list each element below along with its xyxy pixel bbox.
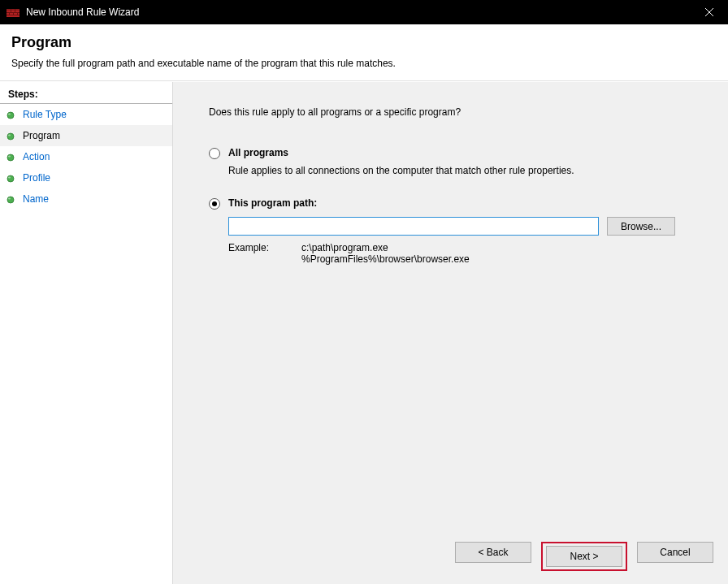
step-label: Action xyxy=(23,151,50,162)
step-profile[interactable]: Profile xyxy=(0,167,172,188)
wizard-footer-buttons: < Back Next > Cancel xyxy=(455,542,713,571)
svg-point-12 xyxy=(8,114,11,115)
svg-rect-5 xyxy=(15,9,15,12)
svg-rect-6 xyxy=(9,12,10,15)
option-program-path-row[interactable]: This program path: xyxy=(209,197,704,212)
back-button[interactable]: < Back xyxy=(455,542,531,563)
bullet-icon xyxy=(6,132,15,140)
svg-point-15 xyxy=(7,154,14,161)
svg-rect-4 xyxy=(11,9,11,12)
step-action[interactable]: Action xyxy=(0,146,172,167)
svg-point-19 xyxy=(7,197,14,203)
svg-point-18 xyxy=(8,177,11,179)
option-all-programs-desc: Rule applies to all connections on the c… xyxy=(228,165,704,176)
example-label: Example: xyxy=(228,242,301,265)
steps-sidebar: Steps: Rule Type Program Action Profile xyxy=(0,82,173,584)
page-subtitle: Specify the full program path and execut… xyxy=(11,58,717,69)
svg-point-14 xyxy=(8,135,11,136)
window-title: New Inbound Rule Wizard xyxy=(26,6,691,18)
page-title: Program xyxy=(11,34,717,51)
svg-point-13 xyxy=(7,133,14,140)
bullet-icon xyxy=(6,110,15,119)
svg-rect-3 xyxy=(6,15,20,15)
svg-rect-1 xyxy=(6,9,20,11)
close-button[interactable] xyxy=(691,0,728,24)
program-path-input[interactable] xyxy=(228,217,599,236)
bullet-icon xyxy=(6,153,15,161)
svg-point-17 xyxy=(7,175,14,182)
next-button[interactable]: Next > xyxy=(546,546,622,567)
svg-point-11 xyxy=(7,112,14,119)
svg-rect-7 xyxy=(13,12,14,15)
option-all-programs-label: All programs xyxy=(228,147,704,158)
svg-rect-8 xyxy=(17,12,18,15)
firewall-icon xyxy=(6,6,20,19)
close-icon xyxy=(705,8,713,16)
step-label: Rule Type xyxy=(23,109,67,120)
step-label: Profile xyxy=(23,172,50,184)
radio-all-programs[interactable] xyxy=(209,148,220,159)
option-program-path-label: This program path: xyxy=(228,197,704,209)
svg-point-16 xyxy=(8,156,11,158)
browse-button[interactable]: Browse... xyxy=(607,217,675,236)
content-question: Does this rule apply to all programs or … xyxy=(209,106,704,118)
step-name[interactable]: Name xyxy=(0,188,172,210)
cancel-button[interactable]: Cancel xyxy=(637,542,713,563)
example-value: c:\path\program.exe %ProgramFiles%\brows… xyxy=(301,242,470,265)
titlebar: New Inbound Rule Wizard xyxy=(0,0,728,24)
step-program[interactable]: Program xyxy=(0,125,172,146)
wizard-content: Does this rule apply to all programs or … xyxy=(173,82,728,584)
wizard-header: Program Specify the full program path an… xyxy=(0,24,728,81)
next-button-highlight: Next > xyxy=(541,542,627,571)
option-all-programs-row[interactable]: All programs xyxy=(209,147,704,162)
step-label: Name xyxy=(23,193,49,205)
step-rule-type[interactable]: Rule Type xyxy=(0,104,172,125)
bullet-icon xyxy=(6,195,15,203)
radio-program-path[interactable] xyxy=(209,198,220,210)
step-label: Program xyxy=(23,130,60,141)
steps-heading: Steps: xyxy=(0,85,172,104)
bullet-icon xyxy=(6,174,15,182)
svg-point-20 xyxy=(8,198,11,200)
